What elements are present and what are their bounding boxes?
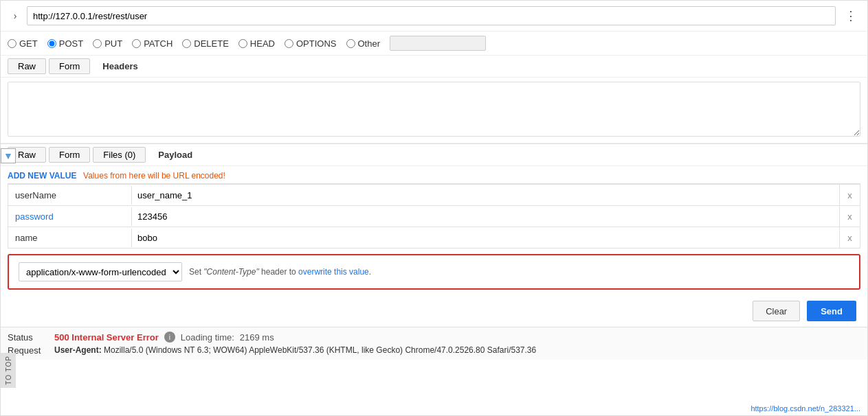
method-options[interactable]: OPTIONS — [285, 38, 337, 49]
kv-value-input-3[interactable] — [132, 227, 839, 248]
add-new-value-note: Values from here will be URL encoded! — [83, 171, 225, 181]
body-textarea[interactable] — [8, 82, 860, 137]
url-input[interactable] — [27, 6, 836, 25]
to-top-label: TO TOP — [5, 356, 12, 385]
clear-button[interactable]: Clear — [753, 301, 800, 321]
kv-delete-2[interactable]: x — [839, 206, 860, 227]
action-row: Clear Send — [1, 295, 867, 327]
method-other-label: Other — [358, 38, 381, 49]
kv-delete-3[interactable]: x — [839, 227, 860, 248]
method-get[interactable]: GET — [8, 38, 38, 49]
body-raw-tab[interactable]: Raw — [8, 58, 46, 74]
more-vert-icon: ⋮ — [845, 8, 857, 23]
content-type-box: application/x-www-form-urlencoded multip… — [8, 254, 860, 290]
table-row: name x — [8, 227, 860, 248]
other-method-input[interactable] — [390, 36, 486, 51]
status-bar: Status 500 Internal Server Error i Loadi… — [1, 327, 867, 360]
bottom-link[interactable]: https://blog.csdn.net/n_283321... — [750, 404, 860, 413]
method-post-label: POST — [59, 38, 83, 49]
method-patch-radio[interactable] — [132, 39, 141, 48]
request-row: Request User-Agent: Mozilla/5.0 (Windows… — [8, 345, 860, 356]
overwrite-link[interactable]: overwrite this value — [298, 267, 369, 277]
body-headers-tab[interactable]: Headers — [93, 59, 147, 73]
request-value: User-Agent: Mozilla/5.0 (Windows NT 6.3;… — [54, 345, 536, 355]
method-get-label: GET — [19, 38, 38, 49]
close-icon: x — [847, 233, 852, 243]
kv-key-3: name — [8, 229, 132, 247]
loading-label: Loading time: — [181, 332, 234, 343]
content-type-note: Set "Content-Type" header to overwrite t… — [189, 267, 371, 277]
kv-key-1: userName — [8, 186, 132, 205]
method-delete[interactable]: DELETE — [182, 38, 229, 49]
method-post[interactable]: POST — [47, 38, 83, 49]
method-other[interactable]: Other — [346, 38, 381, 49]
method-put-label: PUT — [104, 38, 122, 49]
url-bar-row: › ⋮ — [1, 1, 867, 32]
method-options-radio[interactable] — [285, 39, 293, 48]
to-top-sidebar[interactable]: TO TOP — [1, 353, 16, 388]
kv-table: userName x password x name x — [8, 183, 860, 249]
table-row: userName x — [8, 184, 860, 205]
payload-form-tab[interactable]: Form — [49, 147, 90, 163]
kv-delete-1[interactable]: x — [839, 185, 860, 205]
method-row: GET POST PUT PATCH DELETE HEAD OPTIONS — [1, 32, 867, 55]
status-row: Status 500 Internal Server Error i Loadi… — [8, 332, 860, 343]
body-textarea-container — [1, 78, 867, 143]
add-new-value-link[interactable]: ADD NEW VALUE — [8, 171, 76, 181]
method-delete-label: DELETE — [194, 38, 229, 49]
method-get-radio[interactable] — [8, 39, 16, 48]
kv-key-2: password — [8, 207, 132, 226]
method-patch[interactable]: PATCH — [132, 38, 173, 49]
add-new-value-section: ADD NEW VALUE Values from here will be U… — [1, 166, 867, 183]
body-tabs-row: Raw Form Headers — [1, 55, 867, 78]
kv-value-input-2[interactable] — [132, 206, 839, 227]
kv-value-input-1[interactable] — [132, 185, 839, 205]
table-row: password x — [8, 205, 860, 227]
method-put[interactable]: PUT — [93, 38, 122, 49]
payload-tabs-row: Raw Form Files (0) Payload — [1, 144, 867, 166]
arrow-down-icon: ▼ — [3, 150, 13, 161]
left-arrow-indicator[interactable]: ▼ — [1, 148, 16, 163]
status-code: 500 Internal Server Error — [54, 332, 159, 343]
info-icon-symbol: i — [169, 334, 170, 341]
method-head[interactable]: HEAD — [238, 38, 275, 49]
close-icon: x — [847, 190, 852, 200]
status-label: Status — [8, 332, 49, 343]
close-icon: x — [847, 211, 852, 222]
method-head-radio[interactable] — [238, 39, 247, 48]
method-options-label: OPTIONS — [296, 38, 337, 49]
more-options-button[interactable]: ⋮ — [841, 6, 860, 25]
main-container: › ⋮ GET POST PUT PATCH DELETE H — [0, 0, 868, 416]
method-head-label: HEAD — [250, 38, 275, 49]
loading-value: 2169 ms — [240, 332, 274, 343]
payload-files-tab[interactable]: Files (0) — [93, 147, 146, 163]
method-patch-label: PATCH — [144, 38, 173, 49]
info-icon[interactable]: i — [164, 332, 175, 343]
chevron-right-icon: › — [14, 10, 17, 21]
send-button[interactable]: Send — [807, 301, 856, 321]
method-other-radio[interactable] — [346, 39, 355, 48]
method-post-radio[interactable] — [47, 39, 56, 48]
payload-tab[interactable]: Payload — [148, 148, 202, 162]
expand-button[interactable]: › — [8, 8, 23, 23]
body-form-tab[interactable]: Form — [49, 58, 90, 74]
method-delete-radio[interactable] — [182, 39, 191, 48]
method-put-radio[interactable] — [93, 39, 102, 48]
content-type-select[interactable]: application/x-www-form-urlencoded multip… — [19, 262, 182, 281]
